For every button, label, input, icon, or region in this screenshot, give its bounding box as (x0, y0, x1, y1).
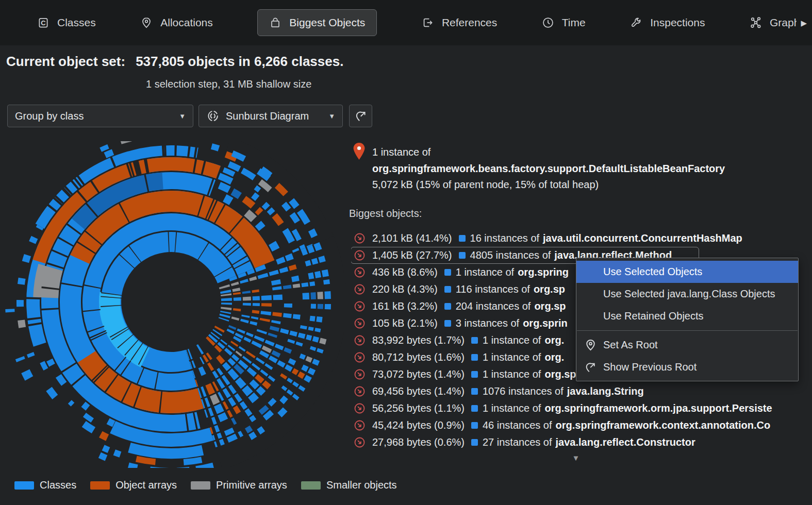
instance-count: 4805 instances of (470, 249, 551, 261)
context-menu: Use Selected ObjectsUse Selected java.la… (576, 258, 799, 381)
instance-count: 1 instance of (483, 368, 541, 380)
navigate-icon[interactable] (354, 419, 366, 431)
legend-item-smaller-objects: Smaller objects (301, 479, 397, 491)
legend-swatch (14, 481, 34, 490)
navigate-icon[interactable] (354, 351, 366, 363)
navigate-icon[interactable] (354, 368, 366, 380)
header-subtitle: 1 selection step, 31 MB shallow size (146, 78, 311, 90)
view-mode-value: Sunburst Diagram (226, 110, 309, 122)
instance-count: 1 instance of (483, 402, 541, 414)
menu-item-label: Set As Root (603, 339, 658, 351)
tab-bar: CClassesAllocationsBiggest ObjectsRefere… (0, 0, 812, 45)
object-size: 83,992 bytes (1.7%) (372, 334, 465, 346)
sunburst-diagram[interactable] (5, 141, 346, 468)
legend-swatch (301, 481, 321, 490)
class-name: java.lang.String (567, 385, 644, 397)
legend-label: Primitive arrays (216, 479, 287, 491)
instance-count: 1 instance of (483, 334, 541, 346)
class-name: org.spring (518, 266, 569, 278)
show-previous-root-button[interactable] (349, 105, 372, 127)
class-name: org.springframework.context.annotation.C… (556, 419, 771, 431)
tab-label: References (442, 16, 497, 29)
chart-legend: ClassesObject arraysPrimitive arraysSmal… (14, 479, 397, 491)
class-color-square-icon (471, 405, 478, 412)
svg-text:C: C (41, 19, 46, 27)
navigate-icon[interactable] (354, 232, 366, 244)
class-name: java.util.concurrent.ConcurrentHashMap (543, 232, 742, 244)
instance-count: 27 instances of (483, 436, 552, 448)
tab-time[interactable]: Time (542, 10, 586, 36)
instance-count: 1076 instances of (483, 385, 564, 397)
class-color-square-icon (471, 439, 478, 446)
sunburst-icon (206, 109, 220, 123)
legend-item-classes: Classes (14, 479, 76, 491)
tab-classes[interactable]: CClasses (37, 10, 96, 36)
selection-size-line: 5,072 kB (15% of parent node, 15% of tot… (372, 177, 725, 193)
tab-inspections[interactable]: Inspections (630, 10, 705, 36)
menu-separator (577, 330, 798, 331)
navigate-icon[interactable] (354, 283, 366, 295)
wrench-icon (630, 16, 642, 29)
tab-label: Time (562, 16, 586, 29)
tab-label: Graph (770, 16, 797, 29)
instance-count: 1 instance of (456, 266, 514, 278)
navigate-icon[interactable] (354, 317, 366, 329)
navigate-icon[interactable] (354, 436, 366, 448)
menu-item-set-as-root[interactable]: Set As Root (576, 334, 798, 356)
tab-label: Inspections (650, 16, 705, 29)
navigate-icon[interactable] (354, 266, 366, 278)
menu-item-use-retained-objects[interactable]: Use Retained Objects (576, 305, 798, 327)
tab-allocations[interactable]: Allocations (140, 10, 213, 36)
menu-item-use-selected-java-lang-class-objects[interactable]: Use Selected java.lang.Class Objects (576, 283, 798, 305)
biggest-object-row[interactable]: 69,456 bytes (1.4%)1076 instances ofjava… (351, 383, 812, 400)
chevron-down-icon: ▼ (328, 112, 335, 120)
class-color-square-icon (471, 371, 478, 378)
class-color-square-icon (459, 235, 466, 242)
class-color-square-icon (459, 252, 466, 259)
class-name: org. (544, 351, 564, 363)
menu-item-label: Show Previous Root (603, 361, 697, 373)
object-size: 27,968 bytes (0.6%) (372, 436, 465, 448)
view-mode-dropdown[interactable]: Sunburst Diagram ▼ (198, 105, 343, 127)
tab-overflow-arrow[interactable]: ▶ (801, 19, 807, 28)
tab-biggest-objects[interactable]: Biggest Objects (257, 9, 377, 36)
class-name: org. (544, 334, 564, 346)
class-name: java.lang.reflect.Constructor (556, 436, 695, 448)
navigate-icon[interactable] (354, 385, 366, 397)
biggest-object-row[interactable]: 2,101 kB (41.4%)16 instances ofjava.util… (351, 230, 812, 247)
selected-node-pin-icon (352, 142, 366, 160)
tab-graph[interactable]: Graph (750, 10, 797, 36)
bag-icon (269, 16, 281, 29)
class-color-square-icon (444, 320, 451, 327)
scroll-more-down-arrow[interactable]: ▼ (566, 453, 586, 462)
selection-instance-line: 1 instance of (372, 144, 725, 161)
navigate-icon[interactable] (354, 334, 366, 346)
pin-icon (140, 16, 153, 29)
class-color-square-icon (444, 269, 451, 276)
group-by-value: Group by class (15, 110, 84, 122)
class-name: org.sp (534, 300, 566, 312)
biggest-object-row[interactable]: 27,968 bytes (0.6%)27 instances ofjava.l… (351, 434, 812, 451)
object-size: 1,405 kB (27.7%) (372, 249, 452, 261)
selection-class-name: org.springframework.beans.factory.suppor… (372, 161, 725, 177)
tab-label: Classes (57, 16, 96, 29)
biggest-objects-heading: Biggest objects: (349, 208, 422, 220)
menu-item-show-previous-root[interactable]: Show Previous Root (576, 356, 798, 378)
class-name: org.sp (534, 283, 565, 295)
legend-item-primitive-arrays: Primitive arrays (191, 479, 287, 491)
tab-references[interactable]: References (422, 10, 497, 36)
instance-count: 3 instances of (456, 317, 519, 329)
biggest-object-row[interactable]: 45,424 bytes (0.9%)46 instances oforg.sp… (351, 417, 812, 434)
menu-item-use-selected-objects[interactable]: Use Selected Objects (576, 261, 798, 283)
menu-item-label: Use Selected java.lang.Class Objects (603, 288, 775, 300)
group-by-dropdown[interactable]: Group by class ▼ (7, 105, 193, 127)
legend-label: Smaller objects (326, 479, 397, 491)
navigate-icon[interactable] (354, 300, 366, 312)
menu-item-label: Use Selected Objects (603, 266, 702, 278)
class-color-square-icon (471, 337, 478, 344)
biggest-object-row[interactable]: 56,256 bytes (1.1%)1 instance oforg.spri… (351, 400, 812, 417)
navigate-icon[interactable] (354, 402, 366, 414)
object-size: 2,101 kB (41.4%) (372, 232, 452, 244)
header-value: 537,805 objects in 6,266 classes. (136, 54, 343, 70)
navigate-icon[interactable] (354, 249, 366, 261)
